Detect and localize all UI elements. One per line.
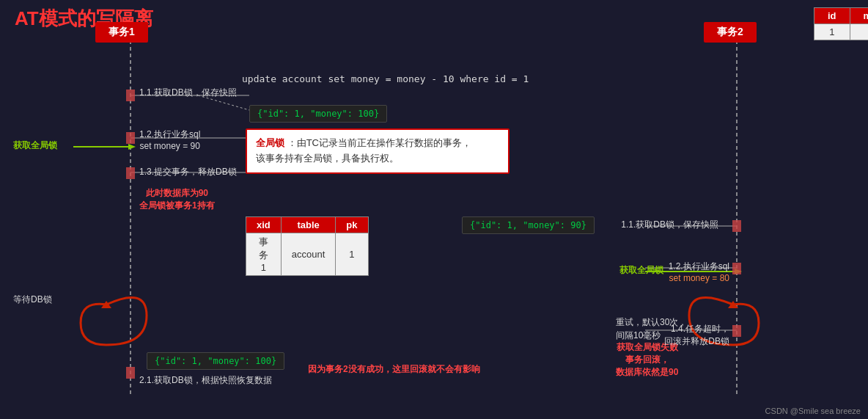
xid-val-pk: 1	[336, 233, 368, 276]
json-box-2: {"id": 1, "money": 90}	[462, 216, 595, 234]
footer: CSDN @Smile sea breeze	[765, 407, 861, 415]
xid-col-xid: xid	[246, 217, 282, 233]
db-val-id: 1	[814, 24, 850, 40]
db-table-top: id money 1 100	[814, 7, 868, 40]
svg-rect-14	[126, 167, 135, 179]
svg-rect-17	[732, 263, 741, 274]
lock-info-box: 全局锁 ：由TC记录当前正在操作某行数据的事务，该事务持有全局锁，具备执行权。	[246, 128, 510, 174]
tx1-step21: 2.1.获取DB锁，根据快照恢复数据	[139, 374, 272, 387]
because-text: 因为事务2没有成功，这里回滚就不会有影响	[308, 363, 480, 376]
sql-text: update account set money = money - 10 wh…	[242, 73, 529, 84]
xid-col-table: table	[281, 217, 336, 233]
svg-rect-13	[126, 132, 135, 144]
json-box-3: {"id": 1, "money": 100}	[147, 352, 284, 370]
svg-marker-11	[735, 269, 742, 274]
svg-rect-18	[732, 325, 741, 337]
tx2-step1: 1.1.获取DB锁，保存快照	[601, 219, 718, 231]
tx1-label: 事务1	[95, 22, 148, 43]
db-val-money: 100	[850, 24, 868, 40]
tx1-step3: 1.3.提交事务，释放DB锁	[139, 166, 237, 178]
lock-text: ：由TC记录当前正在操作某行数据的事务，该事务持有全局锁，具备执行权。	[256, 137, 471, 164]
tx1-red-text: 此时数据库为90 全局锁被事务1持有	[139, 187, 215, 212]
svg-rect-16	[732, 220, 741, 232]
svg-rect-15	[126, 367, 135, 379]
xid-col-pk: pk	[336, 217, 368, 233]
xid-val-table: account	[281, 233, 336, 276]
svg-marker-6	[128, 144, 136, 150]
xid-val-xid: 事务1	[246, 233, 282, 276]
db-col-money: money	[850, 8, 868, 24]
wait-db-lock-label: 等待DB锁	[13, 294, 52, 306]
tx1-step1: 1.1.获取DB锁，保存快照	[139, 87, 237, 99]
tx2-step4: 1.4.任务超时， 回滚并释放DB锁	[601, 323, 729, 348]
svg-rect-12	[126, 90, 135, 101]
json-box-1: {"id": 1, "money": 100}	[249, 105, 387, 123]
db-col-id: id	[814, 8, 850, 24]
svg-marker-20	[728, 301, 738, 308]
tx1-step2: 1.2.执行业务sql set money = 90	[139, 128, 200, 151]
lock-title: 全局锁	[256, 137, 284, 148]
xid-table: xid table pk 事务1 account 1	[246, 216, 369, 276]
get-global-lock-right-label: 获取全局锁	[619, 264, 663, 277]
svg-marker-19	[101, 301, 111, 308]
tx2-label: 事务2	[704, 22, 757, 43]
get-global-lock-label: 获取全局锁	[13, 139, 57, 152]
